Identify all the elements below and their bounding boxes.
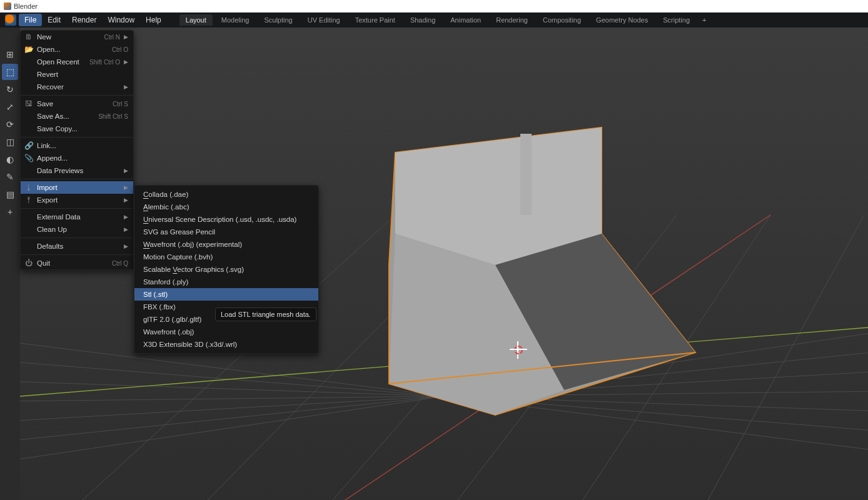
menu-item-icon: 🔗: [24, 141, 33, 150]
workspace-tab-uv-editing[interactable]: UV Editing: [301, 14, 346, 26]
workspace-tab-shading[interactable]: Shading: [404, 14, 442, 26]
tool-2[interactable]: ↻: [2, 81, 18, 98]
file-menu-link[interactable]: 🔗Link...: [21, 139, 133, 152]
menu-item-icon: ⏻: [24, 259, 33, 268]
menu-item-shortcut: Ctrl N: [104, 34, 120, 41]
menu-item-shortcut: Shift Ctrl S: [98, 113, 128, 120]
menu-item-icon: 🗎: [24, 32, 33, 41]
tool-6[interactable]: ◐: [2, 151, 18, 168]
submenu-item-label: Wavefront (.obj): [143, 328, 310, 336]
submenu-item-label: SVG as Grease Pencil: [143, 228, 310, 236]
3d-cursor-icon: [510, 341, 527, 359]
file-menu-export[interactable]: ⭱Export▶: [21, 194, 133, 206]
import-wavefront-obj[interactable]: Wavefront (.obj): [134, 326, 318, 338]
submenu-item-label: Collada (.dae): [143, 191, 310, 198]
file-menu-revert[interactable]: Revert: [21, 68, 133, 81]
workspace-tab-scripting[interactable]: Scripting: [657, 14, 696, 26]
workspace-add-button[interactable]: +: [699, 14, 710, 26]
menu-help[interactable]: Help: [140, 14, 167, 26]
menu-item-label: Data Previews: [37, 167, 116, 174]
import-motion-capture-bvh[interactable]: Motion Capture (.bvh): [134, 251, 318, 263]
import-submenu: Collada (.dae)Alembic (.abc)Universal Sc…: [134, 185, 319, 354]
file-menu-open-recent[interactable]: Open RecentShift Ctrl O▶: [21, 56, 133, 68]
menu-render[interactable]: Render: [66, 14, 102, 26]
menu-item-label: Import: [37, 184, 116, 191]
tool-7[interactable]: ✎: [2, 169, 18, 185]
file-menu-save-as[interactable]: Save As...Shift Ctrl S: [21, 110, 133, 122]
submenu-item-label: Motion Capture (.bvh): [143, 253, 310, 261]
menu-item-label: Quit: [37, 259, 108, 267]
file-menu-open[interactable]: 📂Open...Ctrl O: [21, 43, 133, 56]
top-menubar: FileEditRenderWindowHelp LayoutModelingS…: [0, 12, 868, 28]
file-menu-quit[interactable]: ⏻QuitCtrl Q: [21, 257, 133, 269]
submenu-item-label: Stanford (.ply): [143, 278, 310, 286]
submenu-arrow-icon: ▶: [124, 214, 128, 220]
blender-app-icon[interactable]: [5, 14, 16, 26]
menu-window[interactable]: Window: [102, 14, 140, 26]
file-menu-new[interactable]: 🗎NewCtrl N▶: [21, 31, 133, 43]
file-menu-import[interactable]: ⭳Import▶: [21, 181, 133, 194]
file-menu-defaults[interactable]: Defaults▶: [21, 240, 133, 252]
file-menu-data-previews[interactable]: Data Previews▶: [21, 164, 133, 177]
workspace-tabs: LayoutModelingSculptingUV EditingTexture…: [179, 14, 710, 26]
workspace-tab-texture-paint[interactable]: Texture Paint: [349, 14, 401, 26]
menu-item-shortcut: Shift Ctrl O: [89, 59, 120, 66]
import-stanford-ply[interactable]: Stanford (.ply): [134, 276, 318, 288]
menu-item-label: Export: [37, 196, 116, 204]
tool-1[interactable]: ⬚: [2, 64, 18, 80]
menu-item-icon: 📎: [24, 154, 33, 162]
import-wavefront-obj-experimental[interactable]: Wavefront (.obj) (experimental): [134, 238, 318, 251]
menu-item-shortcut: Ctrl S: [113, 101, 128, 108]
submenu-arrow-icon: ▶: [124, 34, 128, 40]
menu-file[interactable]: File: [19, 14, 42, 26]
import-universal-scene-description-usd-usdc-usda[interactable]: Universal Scene Description (.usd, .usdc…: [134, 213, 318, 226]
import-scalable-vector-graphics-svg[interactable]: Scalable Vector Graphics (.svg): [134, 263, 318, 276]
menu-item-label: Revert: [37, 71, 124, 78]
tool-8[interactable]: ▤: [2, 186, 18, 202]
tool-4[interactable]: ⟳: [2, 116, 18, 132]
submenu-arrow-icon: ▶: [124, 59, 128, 65]
menu-item-label: Open...: [37, 46, 108, 53]
workspace-tab-layout[interactable]: Layout: [179, 14, 213, 26]
menu-item-label: Append...: [37, 154, 124, 162]
menu-item-shortcut: Ctrl Q: [112, 260, 128, 267]
file-menu-save-copy[interactable]: Save Copy...: [21, 122, 133, 135]
tool-9[interactable]: +: [2, 204, 18, 220]
file-menu-append[interactable]: 📎Append...: [21, 152, 133, 164]
menu-item-icon: 🖫: [24, 99, 33, 108]
file-menu-recover[interactable]: Recover▶: [21, 81, 133, 93]
file-menu-save[interactable]: 🖫SaveCtrl S: [21, 98, 133, 110]
menu-item-label: Save: [37, 100, 109, 108]
workspace-tab-compositing[interactable]: Compositing: [537, 14, 587, 26]
tool-3[interactable]: ⤢: [2, 99, 18, 115]
submenu-arrow-icon: ▶: [124, 168, 128, 174]
import-stl-stl[interactable]: Stl (.stl): [134, 288, 318, 301]
menu-edit[interactable]: Edit: [42, 14, 66, 26]
submenu-arrow-icon: ▶: [124, 184, 128, 191]
workspace-tab-geometry-nodes[interactable]: Geometry Nodes: [590, 14, 654, 26]
workspace-tab-sculpting[interactable]: Sculpting: [258, 14, 298, 26]
import-alembic-abc[interactable]: Alembic (.abc): [134, 201, 318, 213]
workspace-tab-animation[interactable]: Animation: [444, 14, 487, 26]
workspace-tab-rendering[interactable]: Rendering: [490, 14, 534, 26]
menu-item-label: Save As...: [37, 112, 94, 120]
file-menu-clean-up[interactable]: Clean Up▶: [21, 223, 133, 236]
file-menu-dropdown: 🗎NewCtrl N▶📂Open...Ctrl OOpen RecentShif…: [20, 30, 134, 270]
import-x3d-extensible-3d-x3d-wrl[interactable]: X3D Extensible 3D (.x3d/.wrl): [134, 338, 318, 351]
submenu-arrow-icon: ▶: [124, 197, 128, 203]
menu-item-label: Link...: [37, 142, 124, 149]
submenu-item-label: Universal Scene Description (.usd, .usdc…: [143, 216, 310, 223]
submenu-arrow-icon: ▶: [124, 243, 128, 249]
file-menu-external-data[interactable]: External Data▶: [21, 211, 133, 223]
import-svg-as-grease-pencil[interactable]: SVG as Grease Pencil: [134, 226, 318, 238]
menu-item-label: Defaults: [37, 242, 116, 250]
left-toolbar: ⊞⬚↻⤢⟳◫◐✎▤+: [0, 28, 20, 500]
menu-item-label: Recover: [37, 83, 116, 91]
submenu-arrow-icon: ▶: [124, 84, 128, 90]
tool-5[interactable]: ◫: [2, 134, 18, 150]
workspace-tab-modeling[interactable]: Modeling: [215, 14, 256, 26]
import-collada-dae[interactable]: Collada (.dae): [134, 188, 318, 201]
window-titlebar: Blender: [0, 0, 868, 12]
tool-0[interactable]: ⊞: [2, 46, 18, 62]
submenu-arrow-icon: ▶: [124, 226, 128, 232]
